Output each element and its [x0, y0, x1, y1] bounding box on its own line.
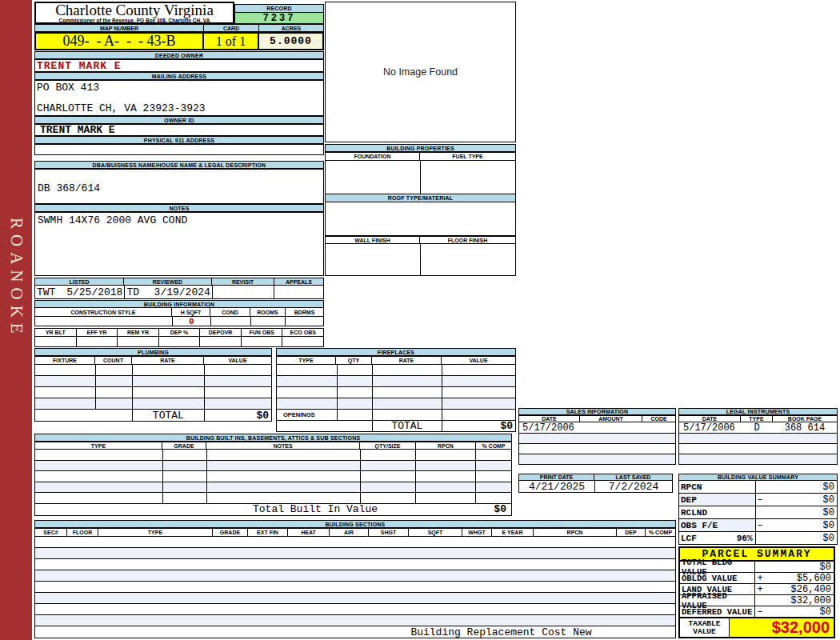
- ps-appraised-label: APPRAISED VALUE: [680, 595, 755, 606]
- record-label: RECORD: [234, 4, 324, 13]
- bvs-rclnd-label: RCLND: [681, 508, 707, 518]
- sales-information-section: SALES INFORMATION DATE AMOUNT CODE 5/17/…: [518, 408, 676, 465]
- depovr-header: DEPOVR: [200, 328, 242, 337]
- listed-label: LISTED: [34, 278, 124, 286]
- bi-notes-header: NOTES: [206, 442, 360, 450]
- fp-type-header: TYPE: [276, 356, 336, 365]
- fireplaces-section: FIREPLACES TYPE QTY RATE VALUE OPENINGS …: [276, 348, 516, 432]
- bs-comp-header: % COMP: [646, 528, 676, 537]
- map-number-label: MAP NUMBER: [34, 24, 204, 32]
- sales-date-value: 5/17/2006: [519, 422, 580, 433]
- revisit-value: [212, 286, 274, 298]
- record-number: 7237: [234, 13, 324, 24]
- bi-type-header: TYPE: [34, 442, 162, 450]
- bdrms-header: BDRMS: [286, 308, 324, 317]
- dates-section: PRINT DATE LAST SAVED 4/21/2025 7/2/2024: [518, 474, 673, 493]
- ps-appraised-op: [755, 595, 765, 606]
- li-bookpage-value: 368 614: [773, 422, 837, 433]
- notes-label: NOTES: [34, 204, 324, 212]
- built-ins-total-value: $0: [467, 504, 511, 515]
- reviewed-label: REVIEWED: [124, 278, 212, 286]
- property-record-card: ROANOKE Charlotte County Virginia Commis…: [0, 0, 840, 640]
- appeals-value: [274, 286, 323, 298]
- ps-appraised-value: $32,000: [765, 595, 834, 606]
- fireplaces-total-label: TOTAL: [372, 421, 441, 431]
- parcel-summary-section: PARCEL SUMMARY TOTAL BLDG VALUE $0 OBLDG…: [678, 546, 835, 638]
- legal-description-text: DB 368/614: [35, 170, 323, 194]
- legal-description-label: DBA/BUISNESS NAME/HOUSE NAME & LEGAL DES…: [34, 161, 324, 169]
- bvs-obs-op: –: [758, 520, 763, 531]
- deeded-owner-value: TRENT MARK E: [34, 59, 324, 72]
- card-value: 1 of 1: [204, 32, 259, 50]
- bi-grade-header: GRADE: [162, 442, 206, 450]
- taxable-value-label: TAXABLE VALUE: [680, 618, 730, 637]
- value-header: VALUE: [204, 356, 272, 365]
- table-row: [518, 454, 676, 465]
- fun-obs-header: FUN OBS: [242, 328, 283, 337]
- sales-amount-header: AMOUNT: [580, 415, 642, 422]
- table-row: [34, 582, 676, 593]
- fireplaces-total-value: $0: [442, 421, 515, 431]
- record-block: RECORD 7237: [234, 4, 324, 24]
- table-row: [518, 444, 676, 454]
- acres-value: 5.0000: [259, 32, 324, 50]
- county-title: Charlotte County Virginia: [36, 3, 233, 18]
- bi-qty-size-header: QTY/SIZE: [360, 442, 416, 450]
- reviewed-date: 3/19/2024: [154, 286, 210, 298]
- plumbing-title: PLUMBING: [34, 348, 272, 356]
- fp-rate-header: RATE: [372, 356, 442, 365]
- foundation-header: FOUNDATION: [325, 152, 420, 161]
- bvs-obs-value: $0: [823, 520, 834, 531]
- bs-whgt-header: WHGT: [462, 528, 492, 537]
- card-label: CARD: [204, 24, 259, 32]
- table-row: [34, 593, 676, 604]
- physical-911-label: PHYSICAL 911 ADDRESS: [34, 136, 324, 144]
- print-date-value: 4/21/2025: [519, 481, 594, 492]
- county-header: Charlotte County Virginia Commissioner o…: [34, 2, 234, 24]
- bvs-dep-value: $0: [823, 494, 834, 506]
- sales-code-value: [642, 422, 675, 433]
- building-value-summary-section: BUILDING VALUE SUMMARY RPCN $0 DEP –$0 R…: [678, 474, 838, 545]
- rem-yr-header: REM YR: [118, 328, 159, 337]
- ps-deferred-value: $0: [765, 606, 834, 617]
- bs-air-header: AIR: [330, 528, 369, 537]
- bs-sec-header: SEC#: [34, 528, 67, 537]
- appeals-label: APPEALS: [274, 278, 324, 286]
- building-properties-title: BUILDING PROPERTIES: [325, 144, 516, 152]
- wall-finish-header: WALL FINISH: [325, 236, 420, 244]
- bvs-rclnd-value: $0: [823, 507, 834, 518]
- no-image-placeholder: No Image Found: [325, 2, 516, 142]
- legal-instruments-section: LEGAL INSTRUMENTS DATE TYPE BOOK PAGE 5/…: [678, 408, 838, 465]
- built-ins-section: BUILDING BUILT INS, BASEMENTS, ATTICS & …: [34, 434, 512, 516]
- bs-extfin-header: EXT FIN: [248, 528, 288, 537]
- acres-label: ACRES: [259, 24, 324, 32]
- last-saved-value: 7/2/2024: [594, 481, 672, 492]
- owner-id-label: OWNER ID: [34, 116, 324, 124]
- ps-deferred-op: –: [755, 606, 765, 617]
- bs-heat-header: HEAT: [288, 528, 330, 537]
- h-sqft-header: H SQFT: [172, 308, 210, 317]
- bvs-dep-op: –: [758, 494, 763, 506]
- sales-information-title: SALES INFORMATION: [518, 408, 676, 415]
- rooms-header: ROOMS: [250, 308, 286, 317]
- eff-yr-header: EFF YR: [77, 328, 118, 337]
- h-sqft-value: 0: [172, 317, 210, 326]
- li-type-value: D: [741, 422, 773, 433]
- bvs-dep-label: DEP: [681, 495, 697, 505]
- cond-header: COND: [210, 308, 250, 317]
- built-ins-total-label: Total Built In Value: [163, 504, 467, 515]
- roof-type-header: ROOF TYPE/MATERIAL: [325, 194, 516, 202]
- table-row: [518, 434, 676, 444]
- bvs-obs-label: OBS F/E: [681, 521, 718, 530]
- ps-deferred-label: DEFERRED VALUE: [680, 606, 755, 617]
- fixture-header: FIXTURE: [34, 356, 95, 365]
- bvs-lcf-value: $0: [823, 533, 834, 544]
- map-number-value: 049- - A- - - 43-B: [34, 32, 204, 50]
- count-header: COUNT: [95, 356, 132, 365]
- ps-total-bldg-value: $0: [765, 562, 834, 572]
- bs-type-header: TYPE: [98, 528, 213, 537]
- ps-obldg-op: +: [755, 573, 765, 583]
- ps-total-bldg-op: [755, 562, 765, 572]
- reviewed-by: TD: [126, 286, 139, 298]
- table-row: [34, 615, 676, 626]
